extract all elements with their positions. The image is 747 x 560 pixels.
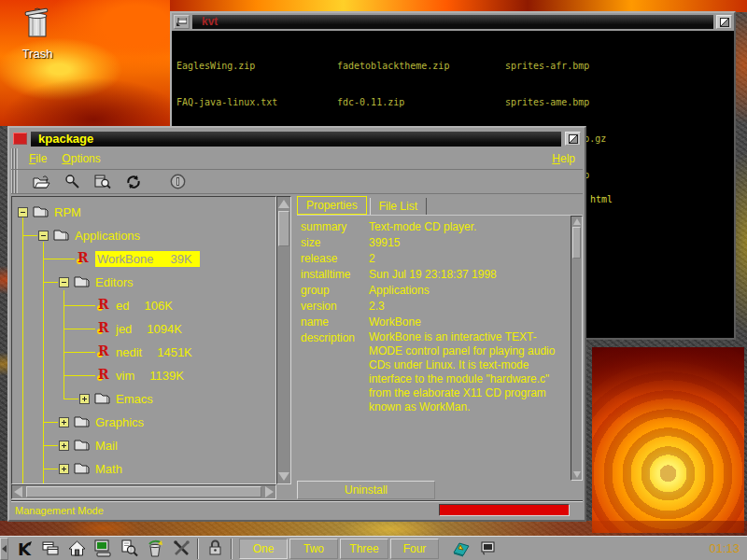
tree-item-math[interactable]: Math (12, 457, 275, 481)
open-folder-icon (33, 175, 50, 189)
property-key: group (301, 283, 369, 299)
scroll-up-icon[interactable] (573, 218, 581, 225)
kvt-window-icon (480, 541, 496, 556)
folder-icon (53, 228, 69, 244)
properties-scrollbar[interactable] (571, 216, 583, 481)
menu-file[interactable]: File (21, 149, 54, 168)
lock-screen-button[interactable] (204, 538, 226, 560)
selected-highlight: WorkBone 39K (95, 251, 200, 267)
tab-properties[interactable]: Properties (297, 196, 367, 215)
kpackage-window-menu-button[interactable] (13, 133, 27, 145)
desktop-button-one[interactable]: One (239, 539, 288, 559)
kfind-button[interactable] (118, 538, 140, 560)
find-package-button[interactable] (92, 172, 114, 192)
tree-item-workbone-selected[interactable]: R WorkBone 39K (12, 247, 275, 271)
scroll-left-icon[interactable] (14, 486, 22, 497)
menu-help[interactable]: Help (544, 149, 583, 168)
tree-item-label: jed (116, 322, 132, 336)
tree-vertical-scrollbar[interactable] (276, 196, 291, 484)
trash-desktop-icon[interactable]: Trash (9, 7, 65, 61)
help-button[interactable] (450, 538, 472, 560)
tree-item-vim[interactable]: R vim 1139K (12, 364, 275, 387)
scroll-down-icon[interactable] (278, 472, 289, 481)
scroll-right-icon[interactable] (265, 486, 274, 497)
desktop-button-four[interactable]: Four (390, 539, 439, 559)
open-file-button[interactable] (30, 172, 52, 192)
find-button[interactable] (61, 172, 83, 192)
uninstall-button[interactable]: Uninstall (297, 481, 435, 499)
help-book-icon (452, 540, 471, 557)
tree-item-mail[interactable]: Mail (12, 434, 275, 457)
kpackage-maximize-button[interactable] (565, 132, 581, 146)
tree-item-graphics[interactable]: Graphics (12, 411, 275, 434)
property-value: 2.3 (369, 299, 561, 315)
k-menu-button[interactable]: K (13, 538, 35, 560)
collapse-icon[interactable] (59, 277, 69, 287)
desktop-button-two[interactable]: Two (289, 539, 338, 559)
property-value: 39915 (369, 235, 561, 251)
scrollbar-thumb[interactable] (26, 486, 261, 497)
recycler-button[interactable] (144, 538, 166, 560)
kvt-window-menu-button[interactable] (174, 15, 190, 29)
tree-item-label: vim (116, 369, 134, 383)
tree-item-jed[interactable]: R jed 1094K (12, 317, 275, 341)
package-icon: R (76, 251, 90, 268)
tree-item-size: 39K (170, 252, 191, 266)
property-key: summary (301, 219, 369, 235)
expand-icon[interactable] (59, 441, 69, 451)
scrollbar-thumb[interactable] (278, 211, 289, 246)
tree-item-nedit[interactable]: R nedit 1451K (12, 341, 275, 364)
property-value: WorkBone (369, 315, 561, 330)
info-icon (170, 174, 186, 189)
kvt-task-button[interactable] (476, 538, 499, 560)
toolbar-grip[interactable] (11, 170, 18, 193)
panel-hide-button[interactable] (0, 538, 8, 560)
property-row: size 39915 (301, 235, 569, 251)
kpackage-main-area: RPM Applications R WorkBone 39K (11, 196, 583, 499)
collapse-icon[interactable] (38, 231, 49, 241)
tree-item-label: Math (95, 462, 122, 476)
tree-item-label: Mail (95, 439, 118, 453)
tab-file-list[interactable]: File List (370, 198, 427, 215)
expand-icon[interactable] (59, 464, 69, 474)
desktop-button-three[interactable]: Three (340, 539, 388, 559)
terminal-entry: FAQ-java-linux.txt (176, 96, 334, 108)
window-menu-icon (176, 18, 187, 26)
tree-item-label: Applications (75, 229, 140, 243)
window-list-button[interactable] (39, 538, 62, 560)
tree-item-editors[interactable]: Editors (12, 271, 275, 294)
scrollbar-thumb[interactable] (572, 227, 581, 259)
folder-icon (74, 461, 90, 477)
expand-icon[interactable] (59, 417, 69, 427)
maximize-icon (569, 134, 578, 144)
property-row-description: description WorkBone is an interactive T… (301, 330, 569, 414)
scroll-up-icon[interactable] (278, 200, 289, 208)
konsole-button[interactable] (92, 538, 114, 560)
property-value: WorkBone is an interactive TEXT-MODE con… (369, 330, 561, 414)
scroll-down-icon[interactable] (573, 471, 581, 478)
tree-item-ed[interactable]: R ed 106K (12, 294, 275, 317)
menubar-grip[interactable] (11, 148, 18, 169)
folder-icon (74, 274, 90, 290)
kvt-maximize-button[interactable] (716, 15, 732, 29)
property-row: release 2 (301, 251, 569, 267)
reload-button[interactable] (122, 172, 145, 192)
tree-item-size: 1094K (147, 322, 182, 336)
taskbar-panel: K (0, 536, 747, 560)
property-value: Sun Jul 19 23:18:37 1998 (369, 267, 561, 283)
kpackage-titlebar[interactable]: kpackage (11, 130, 583, 148)
kvt-window-title[interactable]: kvt (192, 15, 713, 29)
kpackage-window-title[interactable]: kpackage (31, 132, 561, 147)
expand-icon[interactable] (79, 394, 90, 404)
home-button[interactable] (65, 538, 88, 560)
tree-item-applications[interactable]: Applications (12, 224, 275, 247)
utilities-button[interactable] (170, 538, 192, 560)
menu-options[interactable]: Options (54, 149, 107, 168)
kvt-titlebar[interactable]: kvt (172, 13, 734, 31)
collapse-icon[interactable] (18, 207, 28, 217)
info-button[interactable] (166, 172, 189, 192)
package-tree[interactable]: RPM Applications R WorkBone 39K (11, 196, 276, 484)
tree-item-emacs[interactable]: Emacs (12, 387, 275, 411)
tree-horizontal-scrollbar[interactable] (11, 484, 276, 499)
tree-item-rpm[interactable]: RPM (12, 201, 275, 224)
